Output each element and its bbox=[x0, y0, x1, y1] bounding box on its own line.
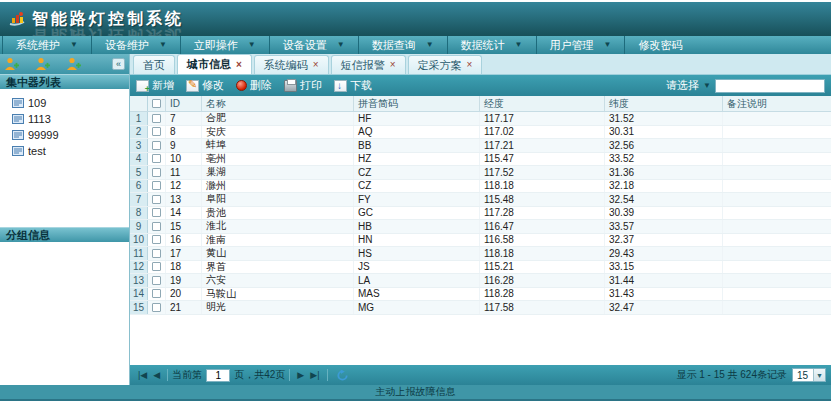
tab[interactable]: 系统编码 × bbox=[254, 55, 329, 74]
tab-close-icon[interactable]: × bbox=[390, 60, 396, 70]
row-checkbox[interactable] bbox=[152, 168, 161, 177]
menu-item[interactable]: 用户管理 ▼ bbox=[536, 36, 625, 54]
tab[interactable]: 首页 bbox=[133, 55, 175, 74]
current-page-prefix: 当前第 bbox=[172, 368, 202, 382]
table-row[interactable]: 10 16 淮南 HN 116.58 32.37 bbox=[130, 234, 831, 248]
search-input[interactable] bbox=[715, 79, 825, 93]
row-checkbox[interactable] bbox=[152, 222, 161, 231]
table-row[interactable]: 12 18 界首 JS 115.21 33.15 bbox=[130, 261, 831, 275]
cell-longitude: 118.18 bbox=[480, 180, 605, 193]
add-user-icon[interactable] bbox=[35, 57, 50, 71]
row-checkbox[interactable] bbox=[152, 289, 161, 298]
row-checkbox-cell bbox=[148, 261, 166, 274]
row-checkbox[interactable] bbox=[152, 154, 161, 163]
menu-item[interactable]: 立即操作 ▼ bbox=[180, 36, 269, 54]
cell-note bbox=[723, 166, 831, 179]
cell-name: 六安 bbox=[202, 274, 354, 287]
tree-item[interactable]: 99999 bbox=[12, 127, 129, 143]
row-checkbox[interactable] bbox=[152, 141, 161, 150]
cell-id: 15 bbox=[166, 220, 202, 233]
cell-pinyin: MAS bbox=[354, 288, 480, 301]
first-page-button[interactable]: |◀ bbox=[138, 370, 147, 380]
toolbar-button[interactable]: 下载 bbox=[334, 78, 372, 93]
table-row[interactable]: 1 7 合肥 HF 117.17 31.52 bbox=[130, 112, 831, 126]
tree-item[interactable]: test bbox=[12, 143, 129, 159]
toolbar-button[interactable]: 新增 bbox=[136, 78, 174, 93]
table-row[interactable]: 2 8 安庆 AQ 117.02 30.31 bbox=[130, 126, 831, 140]
table-row[interactable]: 13 19 六安 LA 116.28 31.44 bbox=[130, 274, 831, 288]
column-header-name[interactable]: 名称 bbox=[202, 96, 354, 111]
row-checkbox[interactable] bbox=[152, 235, 161, 244]
tab-close-icon[interactable]: × bbox=[236, 60, 242, 70]
column-header-latitude[interactable]: 纬度 bbox=[605, 96, 723, 111]
table-row[interactable]: 5 11 巢湖 CZ 117.52 31.36 bbox=[130, 166, 831, 180]
row-checkbox[interactable] bbox=[152, 276, 161, 285]
menu-item[interactable]: 数据查询 ▼ bbox=[358, 36, 447, 54]
cell-pinyin: HS bbox=[354, 247, 480, 260]
cell-pinyin: HZ bbox=[354, 153, 480, 166]
row-checkbox[interactable] bbox=[152, 195, 161, 204]
table-row[interactable]: 8 14 贵池 GC 117.28 30.39 bbox=[130, 207, 831, 221]
row-checkbox[interactable] bbox=[152, 127, 161, 136]
next-page-button[interactable]: ▶ bbox=[297, 370, 304, 380]
cell-latitude: 31.43 bbox=[605, 288, 723, 301]
column-header-pinyin[interactable]: 拼音简码 bbox=[354, 96, 480, 111]
row-checkbox[interactable] bbox=[152, 114, 161, 123]
cell-pinyin: CZ bbox=[354, 180, 480, 193]
cell-latitude: 32.56 bbox=[605, 139, 723, 152]
row-checkbox[interactable] bbox=[152, 249, 161, 258]
row-number-cell: 7 bbox=[130, 193, 148, 206]
cell-note bbox=[723, 288, 831, 301]
row-checkbox[interactable] bbox=[152, 208, 161, 217]
table-row[interactable]: 11 17 黄山 HS 118.18 29.43 bbox=[130, 247, 831, 261]
last-page-button[interactable]: ▶| bbox=[310, 370, 319, 380]
sidebar-collapse-button[interactable]: « bbox=[112, 58, 125, 70]
tab[interactable]: 城市信息 × bbox=[177, 54, 252, 74]
row-checkbox[interactable] bbox=[152, 303, 161, 312]
column-header-id[interactable]: ID bbox=[166, 96, 202, 111]
table-row[interactable]: 15 21 明光 MG 117.58 32.47 bbox=[130, 301, 831, 315]
cell-name: 淮南 bbox=[202, 234, 354, 247]
row-checkbox[interactable] bbox=[152, 262, 161, 271]
row-checkbox[interactable] bbox=[152, 181, 161, 190]
table-row[interactable]: 3 9 蚌埠 BB 117.21 32.56 bbox=[130, 139, 831, 153]
tree-item[interactable]: 1113 bbox=[12, 111, 129, 127]
toolbar-button[interactable]: 打印 bbox=[284, 78, 322, 93]
cell-note bbox=[723, 301, 831, 314]
column-header-note[interactable]: 备注说明 bbox=[723, 96, 831, 111]
concentrator-panel-header[interactable]: 集中器列表 bbox=[0, 74, 129, 89]
select-all-checkbox[interactable] bbox=[152, 99, 161, 108]
page-size-select[interactable]: 15 ▼ bbox=[792, 368, 826, 382]
prev-page-button[interactable]: ◀ bbox=[153, 370, 160, 380]
column-header-longitude[interactable]: 经度 bbox=[480, 96, 605, 111]
toolbar-button[interactable]: 删除 bbox=[236, 78, 272, 93]
chevron-down-icon[interactable]: ▼ bbox=[703, 81, 711, 90]
menu-item[interactable]: 数据统计 ▼ bbox=[447, 36, 536, 54]
add-user-icon[interactable] bbox=[4, 57, 19, 71]
add-user-icon[interactable] bbox=[66, 57, 81, 71]
menu-item[interactable]: 设备维护 ▼ bbox=[91, 36, 180, 54]
table-row[interactable]: 9 15 淮北 HB 116.47 33.57 bbox=[130, 220, 831, 234]
refresh-icon[interactable] bbox=[336, 369, 349, 382]
filter-select-label[interactable]: 请选择 bbox=[666, 78, 699, 93]
cell-pinyin: MG bbox=[354, 301, 480, 314]
menu-item[interactable]: 设备设置 ▼ bbox=[269, 36, 358, 54]
table-row[interactable]: 14 20 马鞍山 MAS 118.28 31.43 bbox=[130, 288, 831, 302]
tab-close-icon[interactable]: × bbox=[313, 60, 319, 70]
menu-item[interactable]: 系统维护 ▼ bbox=[2, 36, 91, 54]
tab[interactable]: 短信报警 × bbox=[331, 55, 406, 74]
tree-item[interactable]: 109 bbox=[12, 95, 129, 111]
tab[interactable]: 定采方案 × bbox=[408, 55, 483, 74]
menu-item[interactable]: 修改密码 bbox=[624, 36, 705, 54]
cell-latitude: 33.15 bbox=[605, 261, 723, 274]
cell-id: 8 bbox=[166, 126, 202, 139]
cell-name: 安庆 bbox=[202, 126, 354, 139]
table-row[interactable]: 6 12 滁州 CZ 118.18 32.18 bbox=[130, 180, 831, 194]
group-panel-header[interactable]: 分组信息 bbox=[0, 227, 129, 242]
table-row[interactable]: 4 10 亳州 HZ 115.47 33.52 bbox=[130, 153, 831, 167]
row-checkbox-cell bbox=[148, 234, 166, 247]
page-number-input[interactable] bbox=[206, 369, 230, 382]
toolbar-button[interactable]: 修改 bbox=[186, 78, 224, 93]
table-row[interactable]: 7 13 阜阳 FY 115.48 32.54 bbox=[130, 193, 831, 207]
tab-close-icon[interactable]: × bbox=[467, 60, 473, 70]
